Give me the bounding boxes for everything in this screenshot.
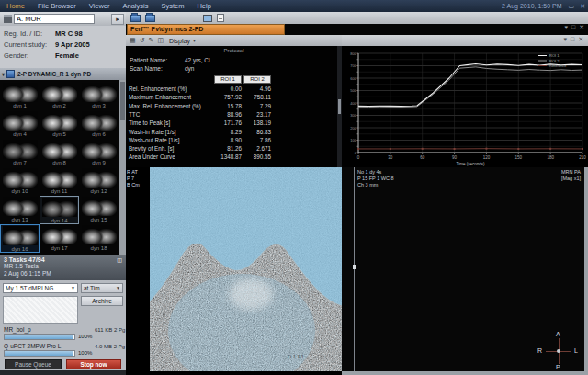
thumbnail[interactable]: dyn 18 bbox=[79, 224, 119, 253]
edit-icon[interactable]: ✎ bbox=[149, 37, 154, 44]
thumbnail[interactable]: dyn 5 bbox=[40, 110, 79, 139]
thumbnail[interactable]: dyn 7 bbox=[0, 139, 40, 167]
thumbnail[interactable]: dyn 6 bbox=[79, 110, 119, 139]
svg-text:90: 90 bbox=[452, 155, 458, 160]
row-value-2: 4.96 bbox=[243, 85, 271, 92]
thumbnail-image bbox=[42, 198, 77, 217]
close-icon[interactable]: ✕ bbox=[576, 36, 585, 42]
annotation-line: [Mag x1] bbox=[561, 176, 581, 182]
open-folder-icon[interactable] bbox=[130, 15, 141, 22]
queue-time-dropdown[interactable]: at Tim...▼ bbox=[81, 283, 123, 293]
patient-search-input[interactable] bbox=[14, 14, 95, 24]
pin-icon[interactable]: ▾ bbox=[561, 36, 569, 42]
pause-queue-button[interactable]: Pause Queue bbox=[5, 359, 62, 369]
refresh-icon[interactable]: ↺ bbox=[140, 37, 145, 44]
save-folder-icon[interactable] bbox=[145, 15, 155, 22]
svg-text:100: 100 bbox=[350, 138, 356, 142]
thumbnail[interactable]: dyn 1 bbox=[0, 82, 40, 110]
svg-text:300: 300 bbox=[350, 113, 356, 118]
close-icon[interactable]: ✕ bbox=[577, 24, 586, 30]
viewer-icon[interactable] bbox=[203, 15, 212, 22]
orientation-right: R bbox=[537, 347, 542, 354]
thumbnail[interactable]: dyn 4 bbox=[0, 110, 40, 139]
thumbnail[interactable]: dyn 12 bbox=[79, 167, 119, 196]
svg-text:400: 400 bbox=[350, 101, 356, 106]
thumbnail[interactable]: dyn 17 bbox=[40, 224, 79, 253]
report-icon[interactable] bbox=[217, 14, 224, 22]
mri-viewport[interactable]: D 1 F1 bbox=[150, 167, 342, 371]
annotation-line: P 15 FP 1 WC 8 bbox=[357, 176, 394, 182]
close-icon[interactable]: ✕ bbox=[577, 3, 588, 10]
thumbnail[interactable]: dyn 2 bbox=[40, 82, 79, 110]
layout-icon[interactable]: ◫ bbox=[157, 37, 164, 44]
minimize-icon[interactable]: ▭ bbox=[566, 3, 578, 10]
thumbnail[interactable]: dyn 13 bbox=[0, 196, 40, 224]
thumbnail-scrollbar[interactable] bbox=[119, 80, 126, 255]
job-status: 611 KB 2 Pg bbox=[95, 327, 125, 333]
thumbnail[interactable]: dyn 8 bbox=[40, 139, 79, 167]
thumbnail[interactable]: dyn 15 bbox=[79, 196, 119, 224]
thumbnail-caption: dyn 9 bbox=[81, 159, 117, 166]
thumbnail[interactable]: dyn 3 bbox=[79, 82, 119, 110]
thumbnail-caption: dyn 6 bbox=[81, 131, 117, 138]
series-label: 2-P DYNAMIC_R 1 dyn PD bbox=[17, 71, 91, 77]
menu-item-help[interactable]: Help bbox=[190, 2, 217, 10]
menu-item-analysis[interactable]: Analysis bbox=[117, 2, 155, 10]
thumbnail-caption: dyn 18 bbox=[81, 244, 117, 252]
thumbnail-image bbox=[42, 83, 77, 102]
tasks-expand-icon[interactable]: ◫ bbox=[117, 256, 122, 263]
thumbnail-image bbox=[82, 140, 117, 159]
thumbnail[interactable]: dyn 9 bbox=[79, 139, 119, 167]
queue-filter-dropdown[interactable]: My 1.5T dMRI NG▼ bbox=[3, 283, 78, 293]
job-progressbar bbox=[4, 334, 75, 340]
chevron-down-icon: ▼ bbox=[116, 284, 120, 292]
row-value-2: 758.11 bbox=[243, 94, 271, 100]
main-area: Perf™ Pv\dyn mcs 2-PD ▾□✕ ▦ ↺ ✎ ◫ Displa… bbox=[126, 12, 588, 375]
patient-info-row: Current study:9 Apr 2005 bbox=[4, 40, 122, 51]
thumbnail[interactable]: dyn 16 bbox=[0, 224, 40, 253]
svg-text:700: 700 bbox=[350, 63, 356, 68]
menu-item-viewer[interactable]: Viewer bbox=[83, 2, 117, 10]
sidebar-header: ▸ bbox=[0, 12, 126, 26]
patient-info-value: 9 Apr 2005 bbox=[55, 40, 90, 51]
overlay-line: B Cm bbox=[127, 182, 149, 188]
job-progress-fill bbox=[5, 335, 73, 339]
thumbnail-image bbox=[3, 83, 38, 102]
series-bar[interactable]: ▾ 2-P DYNAMIC_R 1 dyn PD bbox=[0, 68, 126, 80]
stop-button[interactable]: Stop now bbox=[66, 359, 121, 369]
menu-item-home[interactable]: Home bbox=[0, 2, 31, 10]
thumbnail-grid: dyn 1dyn 2dyn 3dyn 4dyn 5dyn 6dyn 7dyn 8… bbox=[0, 82, 119, 253]
thumbnail[interactable]: dyn 10 bbox=[0, 167, 40, 196]
thumbnail-caption: dyn 17 bbox=[41, 244, 77, 252]
row-value-1: 1348.87 bbox=[214, 153, 242, 160]
archive-button[interactable]: Archive bbox=[81, 296, 123, 306]
thumbnail[interactable]: dyn 14 bbox=[40, 196, 79, 224]
grid-icon[interactable]: ▦ bbox=[130, 37, 136, 44]
queue-list[interactable] bbox=[3, 296, 78, 324]
main-toolbar bbox=[126, 12, 588, 24]
time-intensity-chart[interactable]: 0100200300400500600700800030609012015018… bbox=[342, 46, 588, 171]
patient-info-value: Female bbox=[55, 51, 79, 62]
chart-panel: ▾□✕ 010020030040050060070080003060901201… bbox=[342, 35, 588, 167]
thumbnail[interactable]: dyn 11 bbox=[40, 167, 79, 196]
viewport-divider[interactable] bbox=[354, 167, 355, 371]
tasks-header[interactable]: 3 Tasks 47/94 ◫ MR 1.5 Tesla 2 Aug 06 1:… bbox=[0, 255, 126, 280]
active-analysis-tab[interactable]: Perf™ Pv\dyn mcs 2-PD bbox=[127, 24, 285, 35]
thumbnail-caption: dyn 12 bbox=[81, 188, 117, 195]
menu-item-file-browser[interactable]: File Browser bbox=[31, 2, 83, 10]
job-progress-fill bbox=[5, 351, 73, 356]
secondary-viewport[interactable]: No 1 dy 4sP 15 FP 1 WC 8Ch 3 mm MRN PA[M… bbox=[342, 167, 588, 375]
thumbnail-gallery: dyn 1dyn 2dyn 3dyn 4dyn 5dyn 6dyn 7dyn 8… bbox=[0, 80, 126, 255]
svg-text:Time (seconds): Time (seconds) bbox=[457, 162, 485, 166]
mri-image: D 1 F1 bbox=[150, 167, 342, 371]
thumbnail-image bbox=[82, 225, 117, 244]
table-row: TTC88.9623.17 bbox=[126, 111, 342, 119]
menu-item-system[interactable]: System bbox=[154, 2, 190, 10]
display-dropdown[interactable]: Display▼ bbox=[169, 38, 197, 44]
image-overlay-annotations: R ATP 7B Cm bbox=[126, 167, 150, 375]
sidebar-tools-button[interactable]: ▸ bbox=[111, 14, 124, 25]
maximize-icon[interactable]: □ bbox=[570, 24, 577, 30]
thumbnail-image bbox=[82, 197, 117, 216]
maximize-icon[interactable]: □ bbox=[569, 36, 576, 42]
pin-icon[interactable]: ▾ bbox=[562, 24, 570, 30]
